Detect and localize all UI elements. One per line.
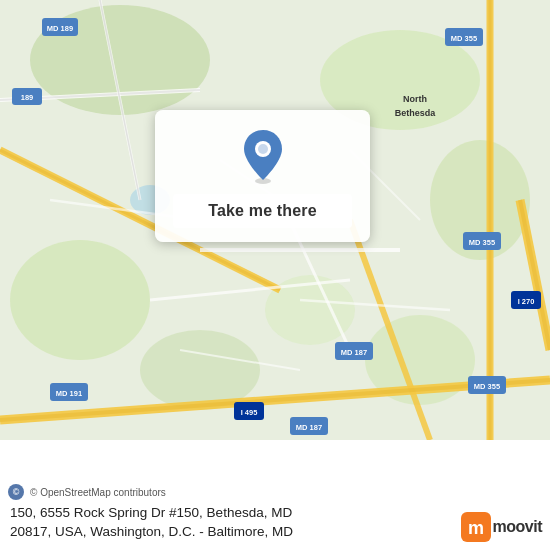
svg-text:North: North — [403, 94, 427, 104]
osm-text: © OpenStreetMap contributors — [30, 487, 166, 498]
cta-card: Take me there — [155, 110, 370, 242]
svg-text:MD 355: MD 355 — [474, 382, 500, 391]
svg-text:MD 189: MD 189 — [47, 24, 73, 33]
address-line1: 150, 6555 Rock Spring Dr #150, Bethesda,… — [10, 505, 292, 520]
osm-icon: © — [8, 484, 24, 500]
svg-point-4 — [10, 240, 150, 360]
address-line2: 20817, USA, Washington, D.C. - Baltimore… — [10, 524, 293, 539]
svg-point-54 — [258, 144, 268, 154]
svg-text:MD 187: MD 187 — [341, 348, 367, 357]
moovit-logo: m moovit — [461, 512, 542, 542]
svg-text:Bethesda: Bethesda — [395, 108, 437, 118]
map-view: MD 189 189 MD 355 MD 355 MD 355 MD 187 M… — [0, 0, 550, 440]
location-pin-icon — [240, 128, 286, 184]
svg-text:m: m — [468, 518, 484, 538]
moovit-icon: m — [461, 512, 491, 542]
svg-text:MD 191: MD 191 — [56, 389, 82, 398]
svg-text:189: 189 — [21, 93, 34, 102]
svg-text:I 270: I 270 — [518, 297, 535, 306]
take-me-there-button[interactable]: Take me there — [173, 194, 352, 228]
moovit-brand-name: moovit — [493, 518, 542, 536]
svg-text:MD 355: MD 355 — [451, 34, 477, 43]
svg-text:MD 355: MD 355 — [469, 238, 495, 247]
svg-text:MD 187: MD 187 — [296, 423, 322, 432]
osm-logo: © — [8, 484, 27, 500]
osm-attribution: © © OpenStreetMap contributors — [0, 480, 550, 502]
svg-text:I 495: I 495 — [241, 408, 258, 417]
